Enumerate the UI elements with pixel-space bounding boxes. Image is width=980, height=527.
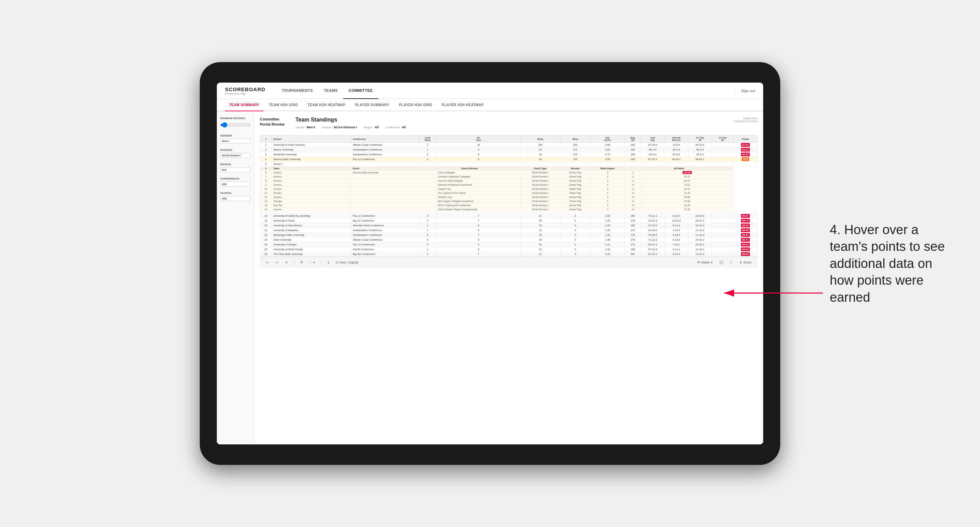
committee-title: CommitteePortal Review: [260, 117, 285, 127]
undo-button[interactable]: ↩: [264, 260, 271, 265]
watch-button[interactable]: 👁 Watch ▾: [695, 260, 715, 265]
col-points: Points: [733, 135, 757, 143]
share-button[interactable]: ⬆ Share: [738, 260, 754, 265]
view-original-button[interactable]: ⊡ View: Original: [334, 260, 360, 265]
tablet-screen: SCOREBOARD Powered by clipp TOURNAMENTS …: [217, 83, 763, 444]
sidebar-section-school: School (All): [220, 192, 251, 201]
table-row: 22 Mississippi State University Southeas…: [260, 233, 758, 238]
col-avg-sg: Avg.SG: [625, 135, 641, 143]
table-row: 24 University of Oregon Pac-12 Conferenc…: [260, 242, 758, 247]
sidebar-label-min-rounds: Minimum Rounds: [220, 117, 251, 120]
table-row: 25 University of North Florida ASUN Conf…: [260, 247, 758, 252]
col-bnds: Bnds: [521, 135, 560, 143]
tab-player-summary[interactable]: PLAYER SUMMARY: [351, 99, 393, 111]
toolbar-sep-1: [294, 260, 294, 265]
nav-tournaments[interactable]: TOURNAMENTS: [276, 83, 318, 99]
expanded-row: 6 Univers... Arizona State University Ce…: [260, 171, 758, 175]
expanded-row: 12 Univers... Williams Cup NCAA Division…: [260, 195, 758, 199]
table-row: 3 Vanderbilt University Southeastern Con…: [260, 152, 758, 157]
share-label: Share: [743, 261, 752, 264]
points-badge[interactable]: 88.94: [741, 252, 750, 256]
points-badge[interactable]: 88.70: [741, 219, 750, 222]
col-low-adj: LowAdj.: [641, 135, 665, 143]
sub-nav: TEAM SUMMARY TEAM H2H GRID TEAM H2H HEAT…: [217, 99, 763, 111]
conference-select[interactable]: (All) ACC SEC: [220, 182, 251, 187]
expanded-row: 8 Univers... Amer An Intercollegiate NCA…: [260, 179, 758, 183]
sidebar-label-region: Region: [220, 163, 251, 166]
standings-table: # School Conference ConfRank NoTour Bnds…: [260, 135, 758, 257]
nav-committee[interactable]: COMMITTEE: [343, 83, 378, 99]
table-row: 5 Texas T...: [260, 162, 758, 167]
col-vs25: Vs Top25: [688, 135, 712, 143]
annotation-text: 4. Hover over a team's points to see add…: [830, 222, 959, 306]
watch-chevron: ▾: [711, 261, 713, 264]
sidebar-section-division: Division NCAA Division I NCAA Division I…: [220, 148, 251, 158]
expanded-row: 14 East Tec DFCC Fighting Illini Invitat…: [260, 203, 758, 208]
view-icon: ⊡: [336, 261, 338, 264]
tab-team-summary[interactable]: TEAM SUMMARY: [225, 99, 263, 111]
sidebar-label-division: Division: [220, 148, 251, 152]
more-button[interactable]: ⋯ ▾: [307, 260, 317, 265]
watch-label: Watch: [702, 261, 710, 264]
sidebar: Minimum Rounds Gender Men's Women's Divi…: [217, 111, 255, 444]
copy-button[interactable]: ⧉: [298, 260, 305, 265]
annotation-area: 4. Hover over a team's points to see add…: [830, 222, 959, 306]
sidebar-section-gender: Gender Men's Women's: [220, 134, 251, 144]
app-logo: SCOREBOARD: [225, 86, 265, 92]
points-badge[interactable]: 90.20: [741, 152, 750, 156]
expanded-row: 13 Georgia Ben Hogan Collegiate Invitati…: [260, 199, 758, 203]
main-nav: TOURNAMENTS TEAMS COMMITTEE: [276, 83, 735, 99]
col-adj-score: Adj.Score: [590, 135, 625, 143]
sidebar-section-region: Region N/A East West: [220, 163, 251, 172]
expand-button[interactable]: ⤢: [728, 260, 735, 265]
points-badge[interactable]: 88.89: [741, 248, 750, 251]
min-rounds-slider[interactable]: [220, 121, 251, 129]
toolbar-right: 👁 Watch ▾ 💬 ⤢ ⬆ Share: [695, 260, 754, 265]
tablet-device: SCOREBOARD Powered by clipp TOURNAMENTS …: [200, 62, 780, 465]
sign-out-button[interactable]: Sign out: [735, 89, 755, 93]
info-button[interactable]: ℹ: [326, 260, 331, 265]
filter-gender: Gender: Men's: [295, 125, 315, 129]
refresh-button[interactable]: ↺: [283, 260, 290, 265]
table-row: 2 Auburn University Southeastern Confere…: [260, 148, 758, 152]
tab-player-h2h-heatmap[interactable]: PLAYER H2H HEATMAP: [438, 99, 488, 111]
sidebar-label-school: School: [220, 192, 251, 195]
points-badge[interactable]: 88.49: [741, 224, 750, 227]
sidebar-section-min-rounds: Minimum Rounds: [220, 117, 251, 129]
update-time: Update time: 13/03/2024 10:03:42: [734, 117, 758, 123]
sidebar-label-conference: Conference: [220, 177, 251, 180]
points-badge[interactable]: 85.07: [741, 214, 750, 218]
filter-conference: Conference: All: [385, 125, 406, 129]
points-badge[interactable]: 88.54: [741, 243, 750, 246]
school-select[interactable]: (All): [220, 196, 251, 201]
points-badge[interactable]: 93.31: [741, 148, 750, 152]
expanded-table-header: # Team Event Event Division Event Type R…: [260, 167, 758, 171]
table-row: 26 The Ohio State University Big Ten Con…: [260, 252, 758, 257]
points-badge[interactable]: 88.81: [741, 233, 750, 237]
redo-button[interactable]: ↪: [274, 260, 280, 265]
logo-area: SCOREBOARD Powered by clipp: [225, 86, 265, 95]
share-icon: ⬆: [740, 261, 742, 264]
col-tours: NoTour: [436, 135, 520, 143]
table-row: 19 University of Texas Big 12 Conference…: [260, 219, 758, 223]
region-select[interactable]: N/A East West: [220, 167, 251, 172]
table-row-arizona: 4 Arizona State University Pac-12 Confer…: [260, 157, 758, 162]
expanded-row: 9 Univers... National Invitational Tourn…: [260, 183, 758, 187]
table-row: 20 University of New Mexico Mountain Wes…: [260, 223, 758, 228]
tab-team-h2h-grid[interactable]: TEAM H2H GRID: [265, 99, 302, 111]
table-row: 18 University of California, Berkeley Pa…: [260, 214, 758, 219]
points-badge[interactable]: 88.71: [741, 238, 750, 242]
division-select[interactable]: NCAA Division I NCAA Division II: [220, 153, 251, 158]
filter-region: Region: All: [364, 125, 379, 129]
points-badge[interactable]: 97.02: [741, 143, 750, 147]
standings-title: Team Standings: [295, 117, 406, 123]
tab-player-h2h-grid[interactable]: PLAYER H2H GRID: [395, 99, 436, 111]
comment-button[interactable]: 💬: [718, 260, 725, 265]
toolbar-sep-2: [321, 260, 322, 265]
points-badge[interactable]: 88.48: [741, 229, 750, 232]
tab-team-h2h-heatmap[interactable]: TEAM H2H HEATMAP: [304, 99, 350, 111]
sidebar-section-conference: Conference (All) ACC SEC: [220, 177, 251, 187]
nav-teams[interactable]: TEAMS: [318, 83, 343, 99]
points-badge-highlighted[interactable]: 79.5: [742, 157, 749, 161]
gender-select[interactable]: Men's Women's: [220, 138, 251, 144]
